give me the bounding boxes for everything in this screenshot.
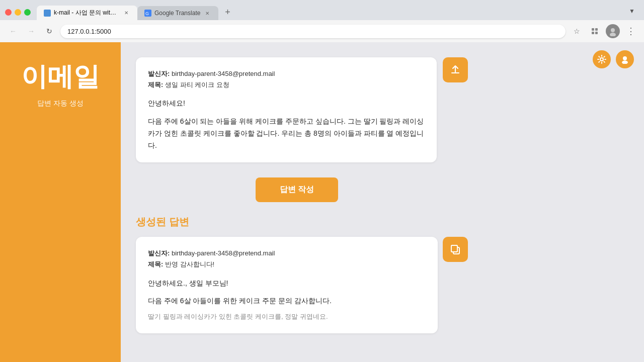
maximize-button[interactable] <box>24 9 31 16</box>
generated-section: 생성된 답변 발신자: birthday-parent-3458@pretend… <box>136 215 634 343</box>
svg-rect-6 <box>595 32 598 34</box>
greeting-text: 안녕하세요! <box>148 98 425 110</box>
tab-mail-label: k-mail - 사업 문의 with Google... <box>54 9 119 17</box>
sidebar: 이메일 답변 자동 생성 <box>0 42 121 362</box>
svg-rect-5 <box>592 32 594 34</box>
subject-label: 제목: <box>148 81 165 88</box>
menu-icon[interactable]: ⋮ <box>624 24 638 38</box>
nav-back-button[interactable]: ← <box>6 24 20 38</box>
browser-chrome: k-mail - 사업 문의 with Google... ✕ G Google… <box>0 0 644 42</box>
upload-button-container <box>443 57 468 82</box>
extensions-icon[interactable] <box>588 24 602 38</box>
gen-subject-label: 제목: <box>148 260 165 268</box>
copy-button[interactable] <box>443 237 468 262</box>
close-button[interactable] <box>5 9 12 16</box>
top-right-icons <box>593 50 634 68</box>
body-text: 다음 주에 6살이 되는 아들을 위해 케이크를 주문하고 싶습니다. 그는 딸… <box>148 116 425 151</box>
minimize-button[interactable] <box>15 9 21 16</box>
address-bar-row: ← → ↻ ☆ ⋮ <box>0 20 644 42</box>
tab-translate[interactable]: G Google Translate ✕ <box>137 6 218 20</box>
tab-mail-favicon <box>44 10 51 17</box>
copy-button-container <box>443 237 468 262</box>
tab-translate-favicon: G <box>144 10 151 17</box>
main-content: 발신자: birthday-parent-3458@pretend.mail 제… <box>121 42 644 362</box>
reply-compose-button[interactable]: 답변 작성 <box>256 177 338 202</box>
star-icon[interactable]: ☆ <box>570 24 584 38</box>
app-container: 이메일 답변 자동 생성 발신자: birthday <box>0 42 644 362</box>
svg-rect-3 <box>592 28 594 31</box>
incoming-email-body: 안녕하세요! 다음 주에 6살이 되는 아들을 위해 케이크를 주문하고 싶습니… <box>148 98 425 151</box>
tab-mail-close[interactable]: ✕ <box>122 9 130 17</box>
from-label: 발신자: <box>148 70 172 77</box>
gen-body-line1: 다음 주에 6살 아들이를 위한 케이크 주문 문의 감사합니다. <box>148 295 426 307</box>
generated-email-meta: 발신자: birthday-parent-3458@pretend.mail 제… <box>148 248 426 270</box>
incoming-email-card: 발신자: birthday-parent-3458@pretend.mail 제… <box>136 57 437 162</box>
gen-subject-value: 반영 감사합니다! <box>165 260 214 268</box>
sidebar-title: 이메일 <box>21 62 100 91</box>
from-value: birthday-parent-3458@pretend.mail <box>172 70 275 77</box>
generated-email-row: 발신자: birthday-parent-3458@pretend.mail 제… <box>136 237 468 343</box>
generated-email-body: 안녕하세요., 생일 부모님! 다음 주에 6살 아들이를 위한 케이크 주문 … <box>148 278 426 323</box>
svg-rect-16 <box>451 245 457 252</box>
gen-greeting: 안녕하세요., 생일 부모님! <box>148 278 426 290</box>
svg-point-8 <box>611 28 615 32</box>
svg-text:G: G <box>145 11 149 16</box>
tabs-bar: k-mail - 사업 문의 with Google... ✕ G Google… <box>37 4 639 20</box>
generated-email-card: 발신자: birthday-parent-3458@pretend.mail 제… <box>136 237 438 333</box>
tab-mail[interactable]: k-mail - 사업 문의 with Google... ✕ <box>37 6 137 20</box>
user-account-icon[interactable] <box>616 50 634 68</box>
tab-translate-close[interactable]: ✕ <box>203 9 211 17</box>
address-input[interactable] <box>60 25 566 38</box>
gen-body-line2: 딸기 필링과 레이싱카가 있힌 초콜릿 케이크를, 정말 귀엽네요. <box>148 311 426 322</box>
window-controls <box>5 9 31 16</box>
title-bar: k-mail - 사업 문의 with Google... ✕ G Google… <box>0 0 644 20</box>
svg-rect-13 <box>451 72 459 73</box>
reply-button-row: 답변 작성 <box>136 177 458 202</box>
address-icons: ☆ ⋮ <box>570 24 638 38</box>
tab-translate-label: Google Translate <box>154 10 200 17</box>
nav-refresh-button[interactable]: ↻ <box>42 24 56 38</box>
settings-icon-button[interactable] <box>593 50 611 68</box>
svg-point-11 <box>623 56 627 60</box>
svg-rect-4 <box>595 28 598 31</box>
svg-point-12 <box>622 61 628 64</box>
incoming-email-section: 발신자: birthday-parent-3458@pretend.mail 제… <box>136 57 468 172</box>
user-avatar[interactable] <box>606 24 620 38</box>
svg-point-10 <box>600 58 603 61</box>
generated-heading: 생성된 답변 <box>136 215 634 229</box>
upload-button[interactable] <box>443 57 468 82</box>
subject-value: 생일 파티 케이크 요청 <box>165 81 229 88</box>
nav-forward-button[interactable]: → <box>24 24 38 38</box>
sidebar-subtitle: 답변 자동 생성 <box>37 99 84 108</box>
svg-point-0 <box>45 11 50 16</box>
new-tab-button[interactable]: + <box>220 5 234 19</box>
tabs-dropdown-button[interactable]: ▼ <box>625 4 639 18</box>
gen-from-value: birthday-parent-3458@pretend.mail <box>172 249 275 257</box>
gen-from-label: 발신자: <box>148 249 172 257</box>
incoming-email-meta: 발신자: birthday-parent-3458@pretend.mail 제… <box>148 68 425 90</box>
